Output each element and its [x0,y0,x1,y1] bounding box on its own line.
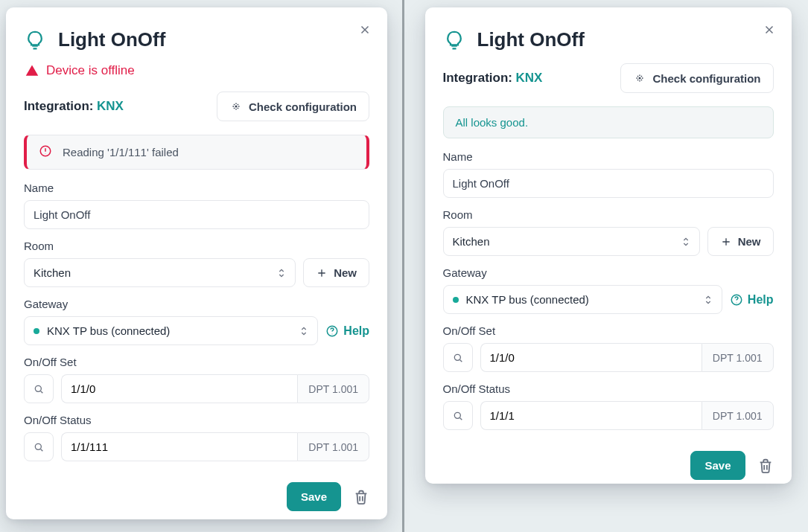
close-icon[interactable] [760,21,778,39]
integration-value[interactable]: KNX [515,71,542,85]
dialog-title: Light OnOff [58,28,165,51]
save-label: Save [704,459,731,472]
integration-label-group: Integration: KNX [443,71,543,86]
dialog-header: Light OnOff [443,28,774,59]
address-search-button[interactable] [24,432,54,461]
onoff-status-input[interactable] [480,401,702,430]
save-button[interactable]: Save [287,482,341,511]
offline-text: Device is offline [46,63,135,78]
onoff-set-input[interactable] [480,343,702,372]
success-alert: All looks good. [443,106,774,138]
room-select[interactable]: Kitchen [443,227,700,256]
gateway-value: KNX TP bus (connected) [47,324,170,337]
svg-point-3 [35,385,41,391]
address-search-button[interactable] [443,401,473,430]
chevron-updown-icon [276,267,287,279]
search-icon [33,383,45,395]
onoff-status-label: On/Off Status [24,414,369,426]
onoff-status-label: On/Off Status [443,382,774,395]
name-input[interactable] [443,169,774,198]
svg-point-5 [640,77,641,79]
name-label: Name [443,150,774,163]
close-icon[interactable] [356,21,374,39]
room-select[interactable]: Kitchen [24,258,296,287]
new-room-label: New [738,235,761,248]
help-label: Help [343,324,369,338]
chevron-updown-icon [298,325,310,337]
room-value: Kitchen [34,266,71,279]
room-value: Kitchen [453,235,490,248]
new-room-button[interactable]: New [303,258,369,287]
help-icon [325,324,339,338]
address-search-button[interactable] [24,374,54,403]
onoff-set-label: On/Off Set [24,356,369,368]
error-icon [39,144,52,160]
svg-point-7 [454,354,460,360]
chevron-updown-icon [702,294,714,306]
search-icon [452,352,464,364]
address-search-button[interactable] [443,343,473,372]
svg-point-8 [454,412,460,418]
integration-value[interactable]: KNX [97,99,124,113]
name-label: Name [24,182,369,194]
svg-point-0 [235,106,237,107]
trash-icon[interactable] [757,458,774,474]
sparkle-icon [229,100,243,113]
onoff-set-input[interactable] [61,374,297,403]
check-config-label: Check configuration [652,72,760,85]
status-dot-icon [34,328,39,334]
room-label: Room [24,240,369,252]
plus-icon [720,236,732,248]
lightbulb-icon [443,29,465,51]
onoff-status-dpt: DPT 1.001 [297,432,369,461]
offline-warning: Device is offline [25,63,369,78]
new-room-label: New [334,266,357,279]
check-configuration-button[interactable]: Check configuration [620,63,773,93]
gateway-select[interactable]: KNX TP bus (connected) [443,285,722,314]
onoff-status-input[interactable] [61,432,297,461]
check-config-label: Check configuration [249,100,357,113]
integration-label-group: Integration: KNX [24,99,124,114]
device-dialog-right: Light OnOff Integration: KNX Check confi… [425,7,792,484]
plus-icon [316,267,328,279]
help-label: Help [748,293,774,307]
chevron-updown-icon [680,236,692,248]
check-configuration-button[interactable]: Check configuration [217,92,369,121]
help-link[interactable]: Help [325,324,369,338]
onoff-status-dpt: DPT 1.001 [702,401,774,430]
search-icon [452,410,464,422]
name-input[interactable] [24,200,369,229]
error-alert: Reading '1/1/111' failed [24,135,369,170]
integration-label: Integration: [443,71,513,85]
save-label: Save [301,490,327,503]
device-dialog-left: Light OnOff Device is offline Integratio… [6,7,387,519]
warning-icon [25,64,39,77]
sparkle-icon [633,71,646,85]
svg-point-4 [35,443,41,449]
gateway-select[interactable]: KNX TP bus (connected) [24,316,318,345]
gateway-label: Gateway [24,298,369,310]
onoff-set-dpt: DPT 1.001 [297,374,369,403]
search-icon [33,441,45,453]
trash-icon[interactable] [353,489,369,505]
success-text: All looks good. [456,116,529,129]
save-button[interactable]: Save [690,451,745,480]
status-dot-icon [453,297,459,303]
onoff-set-label: On/Off Set [443,324,774,337]
error-text: Reading '1/1/111' failed [63,146,179,158]
help-link[interactable]: Help [730,293,774,307]
lightbulb-icon [24,29,46,51]
dialog-title: Light OnOff [477,28,585,51]
integration-label: Integration: [24,99,94,113]
new-room-button[interactable]: New [707,227,774,256]
room-label: Room [443,208,774,221]
onoff-set-dpt: DPT 1.001 [702,343,774,372]
gateway-label: Gateway [443,266,774,279]
dialog-header: Light OnOff [24,28,369,59]
help-icon [730,293,743,307]
gateway-value: KNX TP bus (connected) [466,293,589,306]
